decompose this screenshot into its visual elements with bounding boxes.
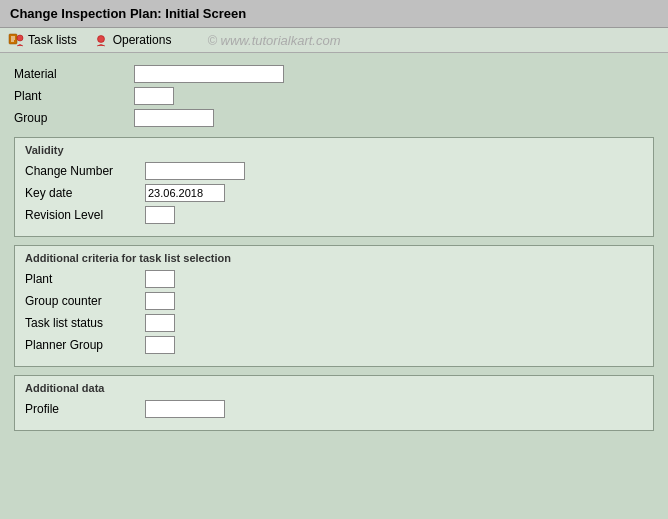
title-text: Change Inspection Plan: Initial Screen (10, 6, 246, 21)
plant-row: Plant (14, 87, 654, 105)
planner-group-input[interactable] (145, 336, 175, 354)
toolbar-item-operations[interactable]: Operations (93, 32, 172, 48)
watermark: © www.tutorialkart.com (207, 33, 340, 48)
group-counter-row: Group counter (25, 292, 643, 310)
operations-icon (93, 32, 109, 48)
tasklists-label: Task lists (28, 33, 77, 47)
svg-point-4 (17, 35, 23, 41)
criteria-plant-row: Plant (25, 270, 643, 288)
key-date-label: Key date (25, 186, 145, 200)
group-input[interactable] (134, 109, 214, 127)
additional-data-section: Additional data Profile (14, 375, 654, 431)
validity-section: Validity Change Number Key date Revision… (14, 137, 654, 237)
validity-title: Validity (25, 144, 643, 156)
material-label: Material (14, 67, 134, 81)
revision-level-input[interactable] (145, 206, 175, 224)
task-list-status-label: Task list status (25, 316, 145, 330)
key-date-input[interactable] (145, 184, 225, 202)
task-list-status-row: Task list status (25, 314, 643, 332)
revision-level-label: Revision Level (25, 208, 145, 222)
material-row: Material (14, 65, 654, 83)
profile-input[interactable] (145, 400, 225, 418)
planner-group-row: Planner Group (25, 336, 643, 354)
change-number-input[interactable] (145, 162, 245, 180)
plant-input[interactable] (134, 87, 174, 105)
group-counter-input[interactable] (145, 292, 175, 310)
revision-level-row: Revision Level (25, 206, 643, 224)
plant-label: Plant (14, 89, 134, 103)
tasklists-icon (8, 32, 24, 48)
group-label: Group (14, 111, 134, 125)
change-number-label: Change Number (25, 164, 145, 178)
toolbar-item-tasklists[interactable]: Task lists (8, 32, 77, 48)
profile-label: Profile (25, 402, 145, 416)
svg-point-5 (97, 36, 104, 43)
profile-row: Profile (25, 400, 643, 418)
additional-criteria-title: Additional criteria for task list select… (25, 252, 643, 264)
title-bar: Change Inspection Plan: Initial Screen (0, 0, 668, 28)
additional-data-title: Additional data (25, 382, 643, 394)
key-date-row: Key date (25, 184, 643, 202)
group-counter-label: Group counter (25, 294, 145, 308)
change-number-row: Change Number (25, 162, 643, 180)
criteria-plant-input[interactable] (145, 270, 175, 288)
group-row: Group (14, 109, 654, 127)
criteria-plant-label: Plant (25, 272, 145, 286)
additional-criteria-section: Additional criteria for task list select… (14, 245, 654, 367)
task-list-status-input[interactable] (145, 314, 175, 332)
operations-label: Operations (113, 33, 172, 47)
planner-group-label: Planner Group (25, 338, 145, 352)
material-input[interactable] (134, 65, 284, 83)
toolbar: Task lists Operations © www.tutorialkart… (0, 28, 668, 53)
